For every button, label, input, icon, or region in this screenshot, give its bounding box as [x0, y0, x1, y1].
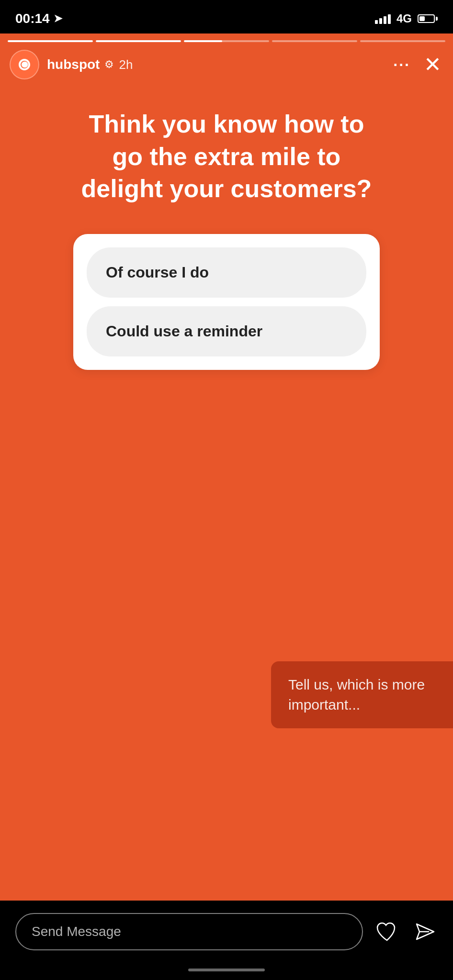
more-button[interactable]: ···: [393, 56, 410, 74]
poll-option-1-text: Of course I do: [106, 264, 209, 281]
user-info: hubspot ⚙ 2h: [47, 57, 133, 72]
network-type: 4G: [396, 12, 412, 25]
status-right: 4G: [375, 12, 438, 25]
status-bar: 00:14 ➤ 4G: [0, 0, 453, 33]
verified-icon: ⚙: [104, 58, 114, 71]
poll-option-2-text: Could use a reminder: [106, 323, 262, 340]
story-content: Think you know how to go the extra mile …: [0, 79, 453, 901]
signal-bars: [375, 13, 391, 24]
username: hubspot: [47, 57, 100, 72]
next-story-hint: Tell us, which is more important...: [271, 661, 453, 728]
timestamp: 2h: [119, 57, 133, 72]
progress-bars: [0, 33, 453, 42]
poll-card: Of course I do Could use a reminder: [73, 234, 380, 370]
battery-indicator: [418, 14, 438, 23]
story-actions: ··· ✕: [393, 54, 442, 75]
progress-bar-1: [8, 40, 93, 42]
send-button[interactable]: [413, 919, 438, 944]
progress-bar-5: [360, 40, 445, 42]
svg-text:⊕: ⊕: [21, 60, 28, 69]
story-container: ⊕ hubspot ⚙ 2h ··· ✕ Think you know how …: [0, 33, 453, 901]
progress-bar-3: [184, 40, 269, 42]
bottom-bar: [0, 901, 453, 963]
main-question: Think you know how to go the extra mile …: [73, 108, 380, 205]
story-user: ⊕ hubspot ⚙ 2h: [10, 50, 133, 79]
location-icon: ➤: [54, 12, 62, 25]
poll-option-1[interactable]: Of course I do: [87, 247, 366, 298]
close-button[interactable]: ✕: [424, 54, 442, 75]
next-hint-text: Tell us, which is more important...: [288, 677, 425, 713]
status-left: 00:14 ➤: [15, 11, 62, 26]
home-indicator: [0, 963, 453, 980]
poll-option-2[interactable]: Could use a reminder: [87, 306, 366, 356]
time-display: 00:14: [15, 11, 50, 26]
message-input[interactable]: [15, 913, 363, 950]
story-header: ⊕ hubspot ⚙ 2h ··· ✕: [0, 42, 453, 79]
bottom-actions: [374, 919, 438, 944]
progress-bar-2: [96, 40, 181, 42]
avatar: ⊕: [10, 50, 39, 79]
heart-button[interactable]: [374, 919, 399, 944]
home-bar: [188, 969, 265, 971]
progress-bar-4: [272, 40, 357, 42]
